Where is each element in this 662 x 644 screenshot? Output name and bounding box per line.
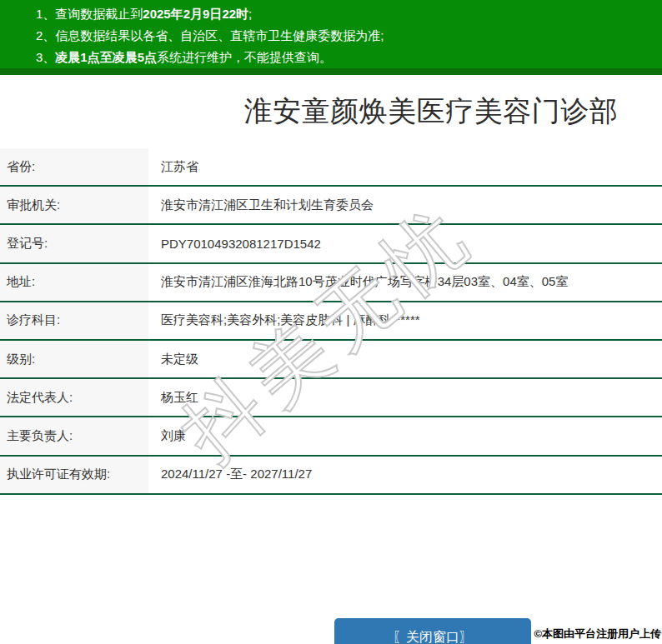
- table-row-level: 级别: 未定级: [0, 341, 662, 379]
- table-row-approval-authority: 审批机关: 淮安市清江浦区卫生和计划生育委员会: [0, 187, 662, 225]
- title-section: 淮安童颜焕美医疗美容门诊部: [200, 75, 662, 148]
- row-value: 未定级: [148, 341, 662, 377]
- table-row-registration-number: 登记号: PDY70104932081217D1542: [0, 225, 662, 263]
- notice-text-bold: 凌晨1点至凌晨5点: [55, 50, 157, 64]
- row-label: 诊疗科目:: [0, 302, 148, 339]
- row-label: 登记号:: [0, 225, 148, 262]
- notice-item: 3、凌晨1点至凌晨5点系统进行维护，不能提供查询。: [36, 47, 654, 68]
- notice-text: 系统进行维护，不能提供查询。: [157, 50, 332, 64]
- notice-number: 3、: [36, 50, 55, 64]
- row-value: 2024/11/27 -至- 2027/11/27: [148, 457, 662, 493]
- row-value: 医疗美容科;美容外科;美容皮肤科 | 麻醉科******: [148, 302, 662, 339]
- row-value: PDY70104932081217D1542: [148, 225, 662, 262]
- row-value: 淮安市清江浦区卫生和计划生育委员会: [148, 187, 662, 223]
- row-value: 淮安市清江浦区淮海北路10号茂业时代广场写字楼34层03室、04室、05室: [148, 264, 662, 301]
- table-row-medical-departments: 诊疗科目: 医疗美容科;美容外科;美容皮肤科 | 麻醉科******: [0, 302, 662, 341]
- table-row-province: 省份: 江苏省: [0, 148, 662, 187]
- upload-note: ©本图由平台注册用户上传: [534, 627, 661, 642]
- row-label: 级别:: [0, 341, 148, 377]
- table-row-legal-representative: 法定代表人: 杨玉红: [0, 379, 662, 417]
- close-window-button[interactable]: 〖关闭窗口〗: [334, 618, 531, 644]
- notice-number: 2、: [36, 28, 55, 42]
- row-label: 省份:: [0, 148, 148, 185]
- notice-text: 查询数据截止到: [55, 7, 143, 21]
- row-label: 法定代表人:: [0, 379, 148, 416]
- notice-item: 1、查询数据截止到2025年2月9日22时;: [36, 3, 654, 25]
- notice-text: ;: [248, 7, 252, 21]
- table-row-address: 地址: 淮安市清江浦区淮海北路10号茂业时代广场写字楼34层03室、04室、05…: [0, 264, 662, 302]
- page-title: 淮安童颜焕美医疗美容门诊部: [244, 92, 619, 131]
- notice-banner: 1、查询数据截止到2025年2月9日22时; 2、信息数据结果以各省、自治区、直…: [0, 0, 662, 75]
- notice-text-bold: 2025年2月9日22时: [143, 7, 248, 21]
- row-value: 杨玉红: [148, 379, 662, 416]
- row-label: 执业许可证有效期:: [0, 457, 148, 493]
- table-row-main-person-in-charge: 主要负责人: 刘康: [0, 417, 662, 456]
- row-value: 江苏省: [148, 148, 662, 185]
- row-label: 地址:: [0, 264, 148, 301]
- notice-text: 信息数据结果以各省、自治区、直辖市卫生健康委数据为准;: [55, 28, 384, 42]
- clinic-info-table: 省份: 江苏省 审批机关: 淮安市清江浦区卫生和计划生育委员会 登记号: PDY…: [0, 148, 662, 495]
- notice-item: 2、信息数据结果以各省、自治区、直辖市卫生健康委数据为准;: [36, 25, 654, 47]
- notice-number: 1、: [36, 7, 55, 21]
- row-label: 主要负责人:: [0, 417, 148, 454]
- row-label: 审批机关:: [0, 187, 148, 223]
- row-value: 刘康: [148, 417, 662, 454]
- table-row-license-validity-period: 执业许可证有效期: 2024/11/27 -至- 2027/11/27: [0, 457, 662, 495]
